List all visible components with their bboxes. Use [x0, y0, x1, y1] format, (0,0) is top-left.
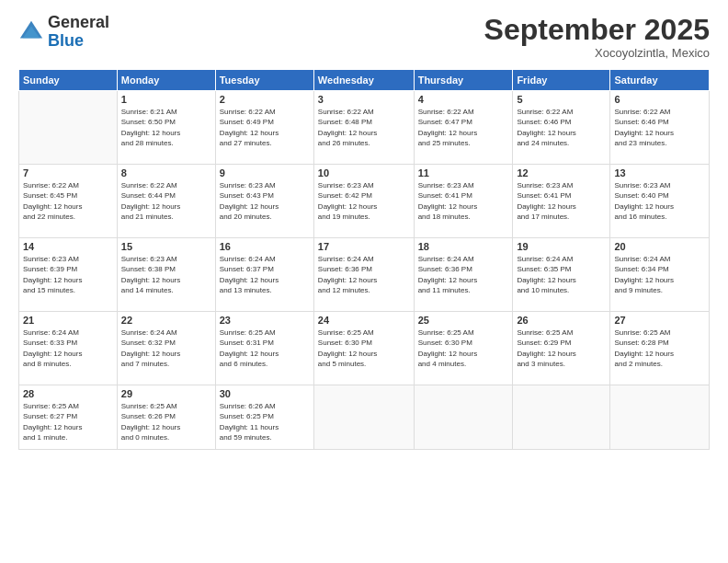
table-row: 18Sunrise: 6:24 AM Sunset: 6:36 PM Dayli… — [414, 238, 513, 312]
day-info: Sunrise: 6:25 AM Sunset: 6:27 PM Dayligh… — [23, 401, 113, 442]
day-number: 3 — [318, 94, 410, 105]
day-info: Sunrise: 6:22 AM Sunset: 6:49 PM Dayligh… — [220, 107, 310, 148]
day-info: Sunrise: 6:25 AM Sunset: 6:31 PM Dayligh… — [220, 327, 310, 369]
location: Xocoyolzintla, Mexico — [484, 46, 710, 60]
day-number: 9 — [220, 167, 310, 178]
day-info: Sunrise: 6:23 AM Sunset: 6:43 PM Dayligh… — [220, 180, 310, 222]
header: General Blue September 2025 Xocoyolzintl… — [18, 14, 710, 60]
table-row: 7Sunrise: 6:22 AM Sunset: 6:45 PM Daylig… — [19, 165, 118, 238]
table-row: 28Sunrise: 6:25 AM Sunset: 6:27 PM Dayli… — [19, 385, 118, 450]
table-row: 10Sunrise: 6:23 AM Sunset: 6:42 PM Dayli… — [313, 165, 414, 238]
day-number: 22 — [121, 315, 211, 326]
day-info: Sunrise: 6:24 AM Sunset: 6:33 PM Dayligh… — [23, 327, 113, 369]
day-info: Sunrise: 6:25 AM Sunset: 6:26 PM Dayligh… — [121, 401, 211, 442]
table-row: 9Sunrise: 6:23 AM Sunset: 6:43 PM Daylig… — [215, 165, 313, 238]
logo-general: General — [48, 14, 109, 32]
day-number: 1 — [121, 94, 211, 105]
day-number: 10 — [318, 167, 410, 178]
table-row: 26Sunrise: 6:25 AM Sunset: 6:29 PM Dayli… — [513, 312, 610, 385]
table-row — [19, 91, 118, 165]
header-wednesday: Wednesday — [313, 70, 414, 91]
table-row: 27Sunrise: 6:25 AM Sunset: 6:28 PM Dayli… — [610, 312, 710, 385]
day-info: Sunrise: 6:25 AM Sunset: 6:29 PM Dayligh… — [517, 327, 606, 369]
table-row: 8Sunrise: 6:22 AM Sunset: 6:44 PM Daylig… — [117, 165, 215, 238]
day-info: Sunrise: 6:22 AM Sunset: 6:45 PM Dayligh… — [23, 180, 113, 222]
day-info: Sunrise: 6:24 AM Sunset: 6:36 PM Dayligh… — [318, 254, 410, 295]
table-row — [610, 385, 710, 450]
table-row — [513, 385, 610, 450]
day-info: Sunrise: 6:22 AM Sunset: 6:48 PM Dayligh… — [318, 107, 410, 148]
day-info: Sunrise: 6:23 AM Sunset: 6:40 PM Dayligh… — [614, 180, 705, 222]
day-number: 20 — [614, 241, 705, 252]
logo-icon — [18, 19, 44, 45]
day-info: Sunrise: 6:22 AM Sunset: 6:47 PM Dayligh… — [418, 107, 509, 148]
header-saturday: Saturday — [610, 70, 710, 91]
day-info: Sunrise: 6:24 AM Sunset: 6:35 PM Dayligh… — [517, 254, 606, 295]
day-info: Sunrise: 6:23 AM Sunset: 6:41 PM Dayligh… — [418, 180, 509, 222]
day-number: 27 — [614, 315, 705, 326]
day-number: 28 — [23, 388, 113, 399]
table-row: 22Sunrise: 6:24 AM Sunset: 6:32 PM Dayli… — [117, 312, 215, 385]
day-number: 30 — [220, 388, 310, 399]
day-number: 25 — [418, 315, 509, 326]
header-friday: Friday — [513, 70, 610, 91]
table-row: 5Sunrise: 6:22 AM Sunset: 6:46 PM Daylig… — [513, 91, 610, 165]
day-info: Sunrise: 6:25 AM Sunset: 6:30 PM Dayligh… — [318, 327, 410, 369]
table-row: 29Sunrise: 6:25 AM Sunset: 6:26 PM Dayli… — [117, 385, 215, 450]
day-number: 17 — [318, 241, 410, 252]
day-info: Sunrise: 6:24 AM Sunset: 6:36 PM Dayligh… — [418, 254, 509, 295]
table-row: 15Sunrise: 6:23 AM Sunset: 6:38 PM Dayli… — [117, 238, 215, 312]
day-info: Sunrise: 6:26 AM Sunset: 6:25 PM Dayligh… — [220, 401, 310, 442]
day-info: Sunrise: 6:24 AM Sunset: 6:37 PM Dayligh… — [220, 254, 310, 295]
title-section: September 2025 Xocoyolzintla, Mexico — [484, 14, 710, 60]
day-info: Sunrise: 6:22 AM Sunset: 6:44 PM Dayligh… — [121, 180, 211, 222]
table-row: 17Sunrise: 6:24 AM Sunset: 6:36 PM Dayli… — [313, 238, 414, 312]
day-number: 11 — [418, 167, 509, 178]
day-info: Sunrise: 6:25 AM Sunset: 6:30 PM Dayligh… — [418, 327, 509, 369]
day-info: Sunrise: 6:23 AM Sunset: 6:39 PM Dayligh… — [23, 254, 113, 295]
header-sunday: Sunday — [19, 70, 118, 91]
day-number: 18 — [418, 241, 509, 252]
table-row: 30Sunrise: 6:26 AM Sunset: 6:25 PM Dayli… — [215, 385, 313, 450]
day-number: 21 — [23, 315, 113, 326]
day-number: 23 — [220, 315, 310, 326]
day-info: Sunrise: 6:25 AM Sunset: 6:28 PM Dayligh… — [614, 327, 705, 369]
table-row: 14Sunrise: 6:23 AM Sunset: 6:39 PM Dayli… — [19, 238, 118, 312]
day-number: 2 — [220, 94, 310, 105]
table-row: 21Sunrise: 6:24 AM Sunset: 6:33 PM Dayli… — [19, 312, 118, 385]
day-info: Sunrise: 6:23 AM Sunset: 6:41 PM Dayligh… — [517, 180, 606, 222]
day-info: Sunrise: 6:21 AM Sunset: 6:50 PM Dayligh… — [121, 107, 211, 148]
day-number: 12 — [517, 167, 606, 178]
page: General Blue September 2025 Xocoyolzintl… — [0, 0, 728, 563]
day-info: Sunrise: 6:22 AM Sunset: 6:46 PM Dayligh… — [517, 107, 606, 148]
day-number: 6 — [614, 94, 705, 105]
table-row: 23Sunrise: 6:25 AM Sunset: 6:31 PM Dayli… — [215, 312, 313, 385]
month-title: September 2025 — [484, 14, 710, 46]
day-number: 7 — [23, 167, 113, 178]
table-row — [414, 385, 513, 450]
day-info: Sunrise: 6:23 AM Sunset: 6:42 PM Dayligh… — [318, 180, 410, 222]
day-number: 15 — [121, 241, 211, 252]
day-number: 24 — [318, 315, 410, 326]
table-row: 20Sunrise: 6:24 AM Sunset: 6:34 PM Dayli… — [610, 238, 710, 312]
day-info: Sunrise: 6:24 AM Sunset: 6:34 PM Dayligh… — [614, 254, 705, 295]
day-info: Sunrise: 6:23 AM Sunset: 6:38 PM Dayligh… — [121, 254, 211, 295]
header-thursday: Thursday — [414, 70, 513, 91]
table-row: 13Sunrise: 6:23 AM Sunset: 6:40 PM Dayli… — [610, 165, 710, 238]
logo-blue: Blue — [48, 32, 109, 51]
table-row: 16Sunrise: 6:24 AM Sunset: 6:37 PM Dayli… — [215, 238, 313, 312]
table-row: 1Sunrise: 6:21 AM Sunset: 6:50 PM Daylig… — [117, 91, 215, 165]
day-number: 5 — [517, 94, 606, 105]
day-number: 29 — [121, 388, 211, 399]
table-row: 12Sunrise: 6:23 AM Sunset: 6:41 PM Dayli… — [513, 165, 610, 238]
header-monday: Monday — [117, 70, 215, 91]
day-number: 16 — [220, 241, 310, 252]
table-row: 2Sunrise: 6:22 AM Sunset: 6:49 PM Daylig… — [215, 91, 313, 165]
day-number: 26 — [517, 315, 606, 326]
day-info: Sunrise: 6:24 AM Sunset: 6:32 PM Dayligh… — [121, 327, 211, 369]
header-tuesday: Tuesday — [215, 70, 313, 91]
logo-text: General Blue — [48, 14, 109, 51]
day-number: 13 — [614, 167, 705, 178]
table-row: 11Sunrise: 6:23 AM Sunset: 6:41 PM Dayli… — [414, 165, 513, 238]
day-number: 14 — [23, 241, 113, 252]
